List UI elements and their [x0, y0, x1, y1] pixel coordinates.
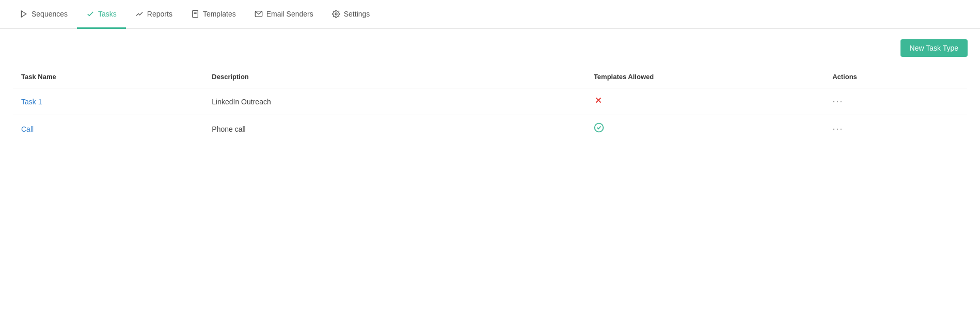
nav-label-sequences: Sequences — [31, 10, 68, 18]
x-icon — [594, 97, 603, 107]
task-name-link[interactable]: Task 1 — [21, 98, 42, 106]
table-header: Task Name Description Templates Allowed … — [13, 66, 968, 88]
col-header-task-name: Task Name — [13, 66, 204, 88]
cell-description: Phone call — [203, 115, 586, 143]
mail-icon — [255, 10, 263, 18]
table-row: CallPhone call ··· — [13, 115, 968, 143]
cell-templates-allowed — [586, 88, 824, 115]
nav-label-reports: Reports — [147, 10, 172, 18]
nav-label-tasks: Tasks — [98, 10, 117, 18]
nav-label-settings: Settings — [344, 10, 370, 18]
col-header-description: Description — [203, 66, 586, 88]
cell-task-name: Task 1 — [13, 88, 204, 115]
task-name-link[interactable]: Call — [21, 125, 34, 133]
nav-item-templates[interactable]: Templates — [182, 0, 245, 29]
check-circle-icon — [594, 125, 604, 135]
actions-menu-button[interactable]: ··· — [832, 123, 843, 134]
trending-icon — [135, 10, 144, 18]
toolbar: New Task Type — [12, 39, 968, 57]
svg-point-8 — [595, 123, 604, 132]
cell-actions: ··· — [824, 115, 967, 143]
new-task-type-button[interactable]: New Task Type — [900, 39, 968, 57]
check-icon — [86, 10, 94, 18]
gear-icon — [332, 10, 340, 18]
col-header-actions: Actions — [824, 66, 967, 88]
nav-item-email-senders[interactable]: Email Senders — [245, 0, 323, 29]
nav-item-reports[interactable]: Reports — [126, 0, 182, 29]
nav-label-email-senders: Email Senders — [266, 10, 313, 18]
actions-menu-button[interactable]: ··· — [832, 96, 843, 106]
cell-templates-allowed — [586, 115, 824, 143]
nav-item-sequences[interactable]: Sequences — [10, 0, 77, 29]
nav-bar: Sequences Tasks Reports Templates Email … — [0, 0, 980, 29]
cell-actions: ··· — [824, 88, 967, 115]
play-icon — [20, 10, 28, 18]
nav-item-tasks[interactable]: Tasks — [77, 0, 126, 29]
svg-marker-0 — [21, 11, 26, 17]
file-icon — [191, 10, 199, 18]
nav-label-templates: Templates — [203, 10, 236, 18]
col-header-templates-allowed: Templates Allowed — [586, 66, 824, 88]
table-row: Task 1LinkedIn Outreach ··· — [13, 88, 968, 115]
nav-item-settings[interactable]: Settings — [323, 0, 380, 29]
table-body: Task 1LinkedIn Outreach ···CallPhone cal… — [13, 88, 968, 143]
main-content: New Task Type Task Name Description Temp… — [0, 29, 980, 153]
cell-description: LinkedIn Outreach — [203, 88, 586, 115]
cell-task-name: Call — [13, 115, 204, 143]
svg-point-5 — [335, 13, 337, 15]
task-types-table: Task Name Description Templates Allowed … — [12, 65, 968, 143]
